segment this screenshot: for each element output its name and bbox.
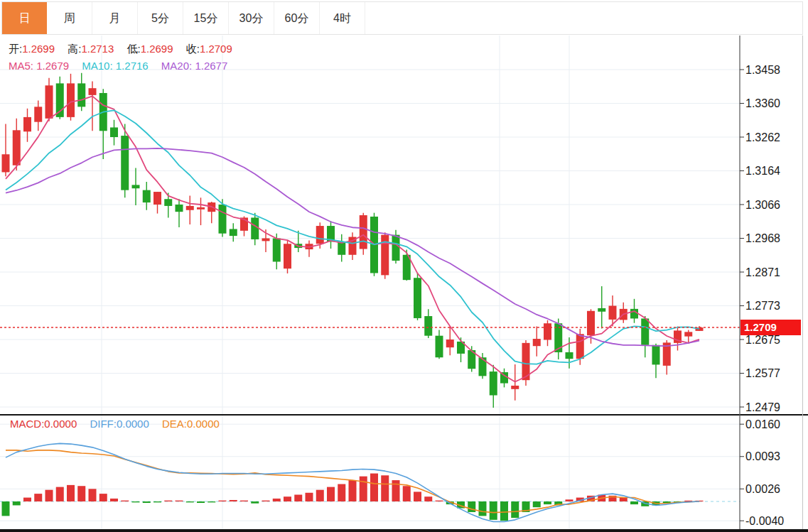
tab-timeframe-6[interactable]: 30分 (229, 2, 274, 34)
macd-bar (306, 493, 313, 501)
macd-bar (327, 487, 335, 501)
macd-bar (544, 501, 551, 504)
ma20-label: MA20: (161, 60, 192, 72)
candle (208, 202, 215, 223)
macd-bar (230, 500, 237, 501)
dea-value: 0.0000 (187, 418, 220, 430)
candle (153, 192, 161, 214)
macd-bar (34, 494, 42, 501)
macd-bar (360, 477, 367, 501)
candle (414, 273, 421, 320)
macd-bar (153, 501, 161, 502)
candle (436, 330, 443, 359)
macd-bar (468, 501, 475, 512)
bottom-border (0, 529, 808, 532)
macd-bar (500, 501, 508, 521)
candle (544, 320, 551, 346)
macd-bar (110, 499, 118, 501)
macd-bar (219, 501, 227, 501)
price-axis-label: 1.3262 (745, 131, 780, 143)
macd-bar (381, 475, 389, 501)
macd-bar (2, 501, 10, 516)
tab-timeframe-7[interactable]: 60分 (274, 2, 320, 34)
price-axis-label: 1.2577 (745, 367, 780, 379)
candle (2, 124, 10, 177)
candle (500, 369, 508, 388)
price-axis-label: 1.2479 (745, 401, 780, 413)
macd-axis-label: -0.0040 (745, 515, 784, 527)
candle (349, 232, 357, 260)
tab-timeframe-2[interactable]: 周 (47, 2, 92, 34)
tab-timeframe-1[interactable]: 日 (2, 2, 47, 34)
macd-bar (23, 498, 31, 501)
y-axis-labels: 1.34581.33601.32621.31641.30661.29681.28… (740, 64, 784, 527)
macd-bar (186, 501, 194, 502)
macd-bar (13, 501, 21, 505)
high-value: 1.2713 (81, 43, 114, 55)
candle (77, 73, 85, 111)
macd-bar (176, 501, 183, 501)
diff-value: 0.0000 (117, 418, 149, 430)
ma20-value: 1.2677 (195, 60, 227, 72)
macd-bar (414, 492, 421, 501)
macd-bar (197, 501, 205, 503)
candle (99, 89, 107, 159)
macd-label: MACD: (10, 418, 44, 430)
high-label: 高: (68, 43, 81, 55)
macd-axis-label: 0.0026 (745, 483, 780, 495)
macd-bar (566, 499, 573, 501)
macd-value: 0.0000 (44, 418, 77, 430)
macd-bar (436, 501, 443, 501)
macd-bar (143, 501, 151, 503)
candle (424, 309, 432, 338)
candle (381, 232, 389, 278)
macd-bar (424, 496, 432, 501)
price-axis-label: 1.3458 (745, 64, 780, 76)
macd-bar (262, 501, 270, 501)
macd-bar (45, 490, 53, 501)
candle (533, 327, 541, 357)
open-value: 1.2699 (22, 43, 55, 55)
macd-bar (338, 484, 345, 501)
macd-bar (273, 499, 281, 501)
price-axis-label: 1.2675 (745, 334, 780, 346)
candle (306, 240, 313, 256)
tab-timeframe-5[interactable]: 15分 (183, 2, 229, 34)
macd-bar (620, 498, 627, 501)
ma-legend: MA5: 1.2679 MA10: 1.2716 MA20: 1.2677 (9, 60, 237, 72)
candle (143, 182, 151, 210)
ma10-value: 1.2716 (116, 60, 149, 72)
tab-timeframe-8[interactable]: 4时 (320, 2, 365, 34)
price-axis-label: 1.3360 (745, 97, 780, 109)
macd-bar (392, 480, 400, 501)
panel-separator (0, 414, 808, 416)
macd-bar (294, 494, 302, 501)
ma5-label: MA5: (9, 60, 33, 72)
ma10-label: MA10: (82, 60, 112, 72)
macd-bar (121, 501, 129, 501)
candle (110, 120, 118, 146)
close-value: 1.2709 (200, 43, 232, 55)
candle (197, 197, 205, 225)
macd-bar (490, 501, 497, 520)
macd-bar (56, 487, 64, 501)
candle (45, 78, 53, 121)
macd-bar (479, 501, 487, 516)
timeframe-tabbar: 日周月5分15分30分60分4时 (1, 1, 803, 35)
macd-bar (77, 486, 85, 501)
tab-timeframe-3[interactable]: 月 (92, 2, 138, 34)
macd-bar (240, 501, 248, 501)
candle (468, 346, 475, 371)
price-axis-label: 1.2773 (745, 300, 780, 312)
macd-bar (284, 496, 291, 501)
macd-bar (208, 501, 215, 502)
candle (132, 168, 140, 205)
macd-bar (89, 489, 97, 501)
candle (403, 249, 411, 281)
macd-bar (370, 474, 378, 501)
macd-bar (349, 480, 357, 501)
candle (566, 337, 573, 369)
candle (186, 195, 194, 224)
tab-timeframe-4[interactable]: 5分 (138, 2, 183, 34)
macd-axis-label: 0.0160 (745, 418, 780, 430)
